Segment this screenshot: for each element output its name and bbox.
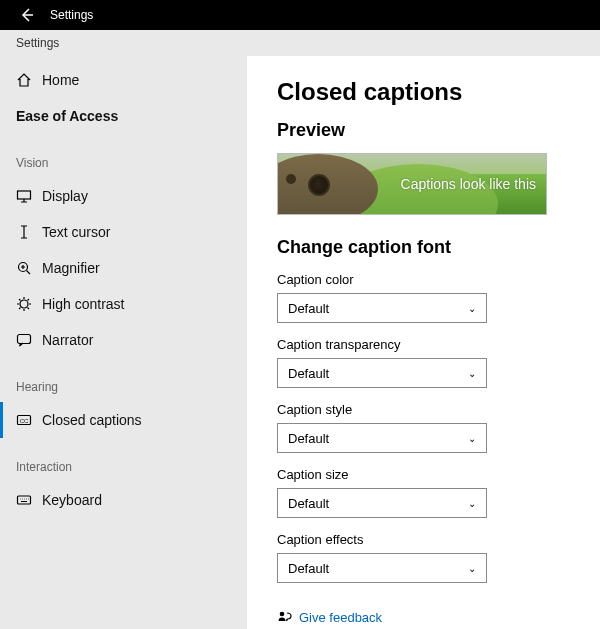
select-value: Default [288,496,329,511]
chevron-down-icon: ⌄ [468,498,476,509]
select-value: Default [288,561,329,576]
display-icon [16,188,42,204]
feedback-label: Give feedback [299,610,382,625]
titlebar: Settings [0,0,600,30]
svg-rect-3 [18,335,31,344]
sidebar-category[interactable]: Ease of Access [0,98,247,134]
subheader-label: Settings [0,30,600,56]
preview-door-icon [308,174,330,196]
sidebar-item-label: High contrast [42,296,124,312]
content-pane: Closed captions Preview Captions look li… [247,56,600,629]
svg-rect-6 [18,496,31,504]
chevron-down-icon: ⌄ [468,563,476,574]
sidebar-item-label: Magnifier [42,260,100,276]
caption-color-label: Caption color [277,272,580,287]
sidebar-item-label: Narrator [42,332,93,348]
sidebar-item-label: Closed captions [42,412,142,428]
section-title-hearing: Hearing [0,358,247,402]
caption-size-label: Caption size [277,467,580,482]
page-title: Closed captions [277,78,580,106]
chevron-down-icon: ⌄ [468,433,476,444]
caption-effects-select[interactable]: Default ⌄ [277,553,487,583]
section-title-vision: Vision [0,134,247,178]
sidebar-item-label: Home [42,72,79,88]
sidebar-item-home[interactable]: Home [0,62,247,98]
home-icon [16,72,42,88]
sidebar-item-narrator[interactable]: Narrator [0,322,247,358]
section-title-interaction: Interaction [0,438,247,482]
give-feedback-link[interactable]: Give feedback [277,609,580,625]
sidebar-item-closed-captions[interactable]: CC Closed captions [0,402,247,438]
magnifier-icon [16,260,42,276]
select-value: Default [288,366,329,381]
svg-rect-0 [18,191,31,199]
select-value: Default [288,301,329,316]
sidebar-item-display[interactable]: Display [0,178,247,214]
svg-point-7 [280,612,285,617]
caption-preview: Captions look like this [277,153,547,215]
caption-transparency-label: Caption transparency [277,337,580,352]
app-title: Settings [46,8,93,22]
sidebar-item-high-contrast[interactable]: High contrast [0,286,247,322]
back-button[interactable] [8,7,46,23]
sidebar-item-keyboard[interactable]: Keyboard [0,482,247,518]
back-arrow-icon [19,7,35,23]
keyboard-icon [16,492,42,508]
text-cursor-icon [16,224,42,240]
select-value: Default [288,431,329,446]
narrator-icon [16,332,42,348]
caption-style-label: Caption style [277,402,580,417]
closed-captions-icon: CC [16,412,42,428]
sidebar-item-text-cursor[interactable]: Text cursor [0,214,247,250]
sidebar-item-label: Display [42,188,88,204]
caption-transparency-select[interactable]: Default ⌄ [277,358,487,388]
preview-window-icon [286,174,296,184]
section-title: Change caption font [277,237,580,258]
sidebar-category-label: Ease of Access [16,108,118,124]
high-contrast-icon [16,296,42,312]
preview-caption-text: Captions look like this [401,176,536,192]
sidebar-item-label: Text cursor [42,224,110,240]
preview-title: Preview [277,120,580,141]
caption-size-select[interactable]: Default ⌄ [277,488,487,518]
caption-effects-label: Caption effects [277,532,580,547]
svg-text:CC: CC [20,418,29,424]
sidebar: Home Ease of Access Vision Display Text … [0,56,247,629]
chevron-down-icon: ⌄ [468,303,476,314]
chevron-down-icon: ⌄ [468,368,476,379]
caption-color-select[interactable]: Default ⌄ [277,293,487,323]
sidebar-item-magnifier[interactable]: Magnifier [0,250,247,286]
caption-style-select[interactable]: Default ⌄ [277,423,487,453]
sidebar-item-label: Keyboard [42,492,102,508]
svg-point-2 [20,300,28,308]
feedback-icon [277,609,299,625]
